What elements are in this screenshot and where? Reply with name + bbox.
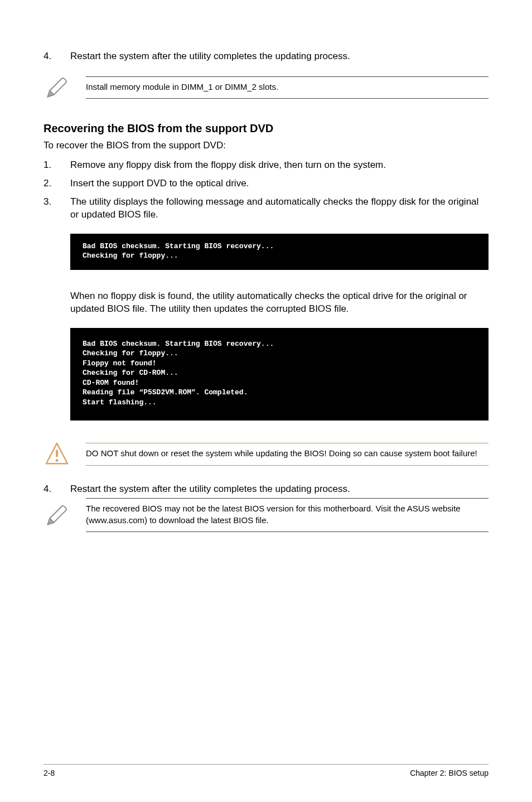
step-number: 4.: [43, 483, 70, 496]
step-number: 2.: [43, 177, 70, 190]
warning-block: DO NOT shut down or reset the system whi…: [43, 441, 489, 467]
svg-rect-0: [56, 450, 58, 457]
note-memory-module: Install memory module in DIMM_1 or DIMM_…: [43, 74, 489, 101]
step-number: 4.: [43, 50, 70, 63]
ordered-list: 1. Remove any floppy disk from the flopp…: [43, 159, 489, 221]
terminal-output-2: Bad BIOS checksum. Starting BIOS recover…: [70, 328, 489, 421]
step-text: Restart the system after the utility com…: [70, 50, 489, 63]
warning-icon: [43, 441, 70, 467]
pencil-icon: [43, 74, 70, 101]
step-text: Restart the system after the utility com…: [70, 483, 489, 496]
note-recovered-bios: The recovered BIOS may not be the latest…: [43, 498, 489, 532]
mid-paragraph: When no floppy disk is found, the utilit…: [70, 290, 489, 316]
terminal-output-1: Bad BIOS checksum. Starting BIOS recover…: [70, 234, 489, 270]
pencil-icon: [43, 502, 70, 529]
page-footer: 2-8 Chapter 2: BIOS setup: [43, 764, 489, 779]
step-4-top: 4. Restart the system after the utility …: [43, 50, 489, 63]
svg-point-1: [56, 460, 59, 462]
note-text: Install memory module in DIMM_1 or DIMM_…: [86, 76, 489, 99]
chapter-label: Chapter 2: BIOS setup: [410, 768, 489, 779]
step-number: 3.: [43, 196, 70, 221]
step-number: 1.: [43, 159, 70, 172]
step-1: 1. Remove any floppy disk from the flopp…: [43, 159, 489, 172]
note-text: The recovered BIOS may not be the latest…: [86, 498, 489, 532]
intro-paragraph: To recover the BIOS from the support DVD…: [43, 139, 489, 152]
warning-text: DO NOT shut down or reset the system whi…: [86, 443, 489, 465]
section-heading: Recovering the BIOS from the support DVD: [43, 121, 489, 136]
page-number: 2-8: [43, 768, 55, 779]
step-3: 3. The utility displays the following me…: [43, 196, 489, 221]
step-2: 2. Insert the support DVD to the optical…: [43, 177, 489, 190]
step-text: The utility displays the following messa…: [70, 196, 489, 221]
step-text: Remove any floppy disk from the floppy d…: [70, 159, 489, 172]
step-4-bottom: 4. Restart the system after the utility …: [43, 483, 489, 496]
step-text: Insert the support DVD to the optical dr…: [70, 177, 489, 190]
